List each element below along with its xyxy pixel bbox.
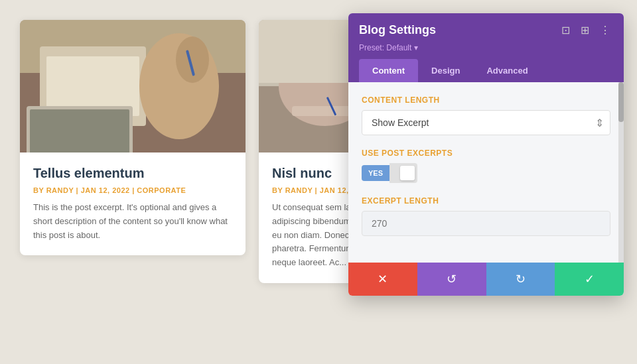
panel-icons: ⊡ ⊞ ⋮ <box>559 23 613 38</box>
settings-panel: Blog Settings ⊡ ⊞ ⋮ Preset: Default ▾ Co… <box>348 13 624 296</box>
undo-icon: ↺ <box>447 272 457 286</box>
card-1-title: Tellus elementum <box>33 166 232 181</box>
card-1-image <box>20 20 246 152</box>
cancel-icon: ✕ <box>378 272 388 286</box>
excerpt-length-label: Excerpt Length <box>362 196 610 206</box>
toggle-knob <box>400 166 415 180</box>
confirm-icon: ✓ <box>585 272 595 286</box>
card-1-excerpt: This is the post excerpt. It's optional … <box>33 201 232 242</box>
scrollbar-track[interactable] <box>618 82 624 263</box>
tab-design[interactable]: Design <box>418 59 473 82</box>
panel-header: Blog Settings ⊡ ⊞ ⋮ Preset: Default ▾ Co… <box>348 13 624 82</box>
tab-content[interactable]: Content <box>359 59 418 82</box>
redo-icon: ↻ <box>516 272 526 286</box>
content-length-select-wrapper: Show Excerpt Show Full Post ⇕ <box>362 110 610 135</box>
panel-preset[interactable]: Preset: Default ▾ <box>359 43 613 52</box>
more-icon-button[interactable]: ⋮ <box>597 23 613 38</box>
panel-title: Blog Settings <box>359 23 436 37</box>
use-post-excerpts-field: Use Post Excerpts YES <box>362 149 610 183</box>
cancel-button[interactable]: ✕ <box>348 263 417 296</box>
svg-rect-5 <box>30 109 129 152</box>
more-icon: ⋮ <box>600 25 610 36</box>
resize-icon: ⊡ <box>561 25 570 36</box>
panel-tabs: Content Design Advanced <box>359 59 613 82</box>
panel-body: Content Length Show Excerpt Show Full Po… <box>348 82 624 263</box>
grid-icon-button[interactable]: ⊞ <box>578 23 592 38</box>
use-post-excerpts-label: Use Post Excerpts <box>362 149 610 158</box>
content-length-field: Content Length Show Excerpt Show Full Po… <box>362 95 610 135</box>
blog-card-1: Tellus elementum BY RANDY | JAN 12, 2022… <box>20 20 246 255</box>
excerpt-length-field: Excerpt Length <box>362 196 610 236</box>
scrollbar-thumb[interactable] <box>618 82 624 122</box>
redo-button[interactable]: ↻ <box>486 263 555 296</box>
card-1-body: Tellus elementum BY RANDY | JAN 12, 2022… <box>20 152 246 255</box>
tab-advanced[interactable]: Advanced <box>473 59 541 82</box>
grid-icon: ⊞ <box>581 25 589 36</box>
content-length-label: Content Length <box>362 95 610 105</box>
toggle-yes-label: YES <box>362 165 389 181</box>
content-length-select[interactable]: Show Excerpt Show Full Post <box>362 110 610 135</box>
panel-title-row: Blog Settings ⊡ ⊞ ⋮ <box>359 23 613 38</box>
action-bar: ✕ ↺ ↻ ✓ <box>348 263 624 296</box>
undo-button[interactable]: ↺ <box>417 263 486 296</box>
svg-point-7 <box>176 36 209 83</box>
confirm-button[interactable]: ✓ <box>555 263 624 296</box>
toggle-switch[interactable] <box>389 163 417 183</box>
card-1-meta: BY RANDY | JAN 12, 2022 | CORPORATE <box>33 186 232 194</box>
excerpt-length-input[interactable] <box>362 211 610 236</box>
resize-icon-button[interactable]: ⊡ <box>559 23 573 38</box>
toggle-row: YES <box>362 163 610 183</box>
